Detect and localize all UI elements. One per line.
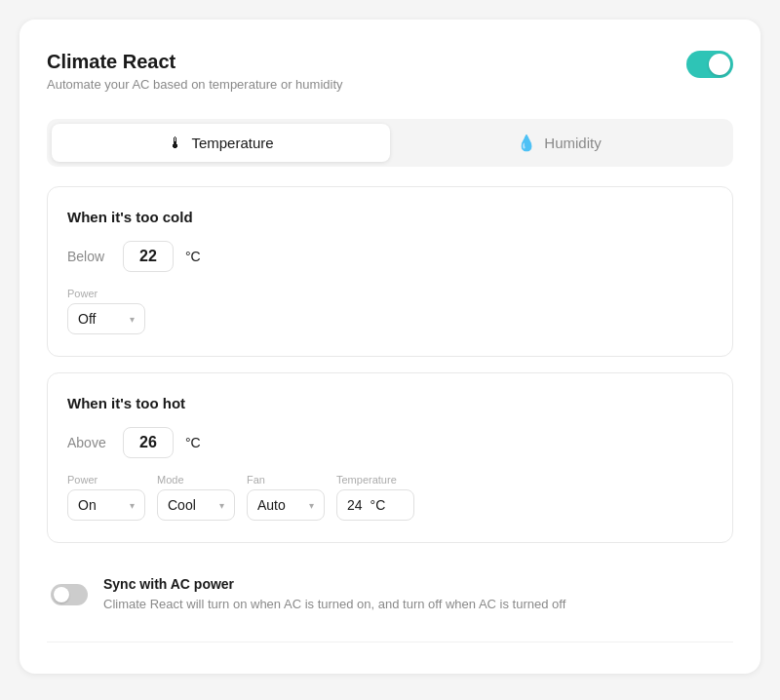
too-hot-mode-value: Cool	[168, 497, 196, 513]
humidity-icon: 💧	[517, 134, 536, 152]
too-cold-power-group: Power Off ▾	[67, 288, 145, 334]
too-hot-mode-group: Mode Cool ▾	[157, 474, 235, 521]
too-hot-dropdowns: Power On ▾ Mode Cool ▾ Fan Auto ▾	[67, 474, 713, 521]
too-hot-temp-group: Temperature 24 °C	[336, 474, 414, 521]
bottom-divider	[47, 642, 733, 642]
chevron-down-icon-2: ▾	[130, 500, 135, 511]
too-hot-power-value: On	[78, 497, 97, 513]
too-hot-mode-label: Mode	[157, 474, 235, 486]
too-hot-condition-row: Above 26 °C	[67, 427, 713, 458]
too-hot-temp-value: 24	[347, 497, 363, 513]
too-cold-condition-label: Below	[67, 249, 111, 264]
too-cold-unit: °C	[185, 249, 201, 264]
too-hot-title: When it's too hot	[67, 395, 713, 411]
thermometer-icon: 🌡	[168, 135, 183, 152]
sync-row: Sync with AC power Climate React will tu…	[47, 559, 733, 622]
toggle-thumb	[709, 54, 730, 75]
too-hot-temp-unit: °C	[370, 497, 386, 513]
main-card: Climate React Automate your AC based on …	[20, 19, 760, 674]
too-cold-condition-row: Below 22 °C	[67, 241, 713, 272]
sync-text-group: Sync with AC power Climate React will tu…	[103, 576, 566, 614]
too-hot-power-label: Power	[67, 474, 145, 486]
too-hot-fan-group: Fan Auto ▾	[247, 474, 325, 521]
too-hot-unit: °C	[185, 435, 201, 450]
chevron-down-icon-3: ▾	[219, 500, 224, 511]
too-hot-section: When it's too hot Above 26 °C Power On ▾…	[47, 372, 733, 543]
too-hot-fan-label: Fan	[247, 474, 325, 486]
chevron-down-icon: ▾	[130, 314, 135, 325]
too-hot-fan-select[interactable]: Auto ▾	[247, 489, 325, 521]
too-cold-section: When it's too cold Below 22 °C Power Off…	[47, 186, 733, 357]
tab-temperature[interactable]: 🌡 Temperature	[52, 124, 390, 162]
too-cold-power-label: Power	[67, 288, 145, 299]
too-cold-dropdowns: Power Off ▾	[67, 288, 713, 334]
main-toggle[interactable]	[686, 51, 733, 78]
too-hot-condition-label: Above	[67, 435, 111, 450]
header-left: Climate React Automate your AC based on …	[47, 51, 343, 92]
header: Climate React Automate your AC based on …	[47, 51, 733, 92]
tab-bar: 🌡 Temperature 💧 Humidity	[47, 119, 733, 167]
sync-description: Climate React will turn on when AC is tu…	[103, 595, 566, 614]
too-hot-value[interactable]: 26	[123, 427, 174, 458]
too-hot-power-group: Power On ▾	[67, 474, 145, 521]
too-cold-value[interactable]: 22	[123, 241, 174, 272]
too-hot-temp-select[interactable]: 24 °C	[336, 489, 414, 521]
sync-toggle[interactable]	[51, 584, 88, 605]
too-hot-power-select[interactable]: On ▾	[67, 489, 145, 521]
page-subtitle: Automate your AC based on temperature or…	[47, 77, 343, 92]
tab-humidity-label: Humidity	[544, 135, 601, 151]
sync-title: Sync with AC power	[103, 576, 566, 592]
chevron-down-icon-4: ▾	[309, 500, 314, 511]
too-cold-power-select[interactable]: Off ▾	[67, 303, 145, 334]
too-hot-temp-label: Temperature	[336, 474, 414, 486]
too-hot-fan-value: Auto	[257, 497, 286, 513]
page-title: Climate React	[47, 51, 343, 73]
too-hot-mode-select[interactable]: Cool ▾	[157, 489, 235, 521]
tab-humidity[interactable]: 💧 Humidity	[390, 124, 728, 162]
tab-temperature-label: Temperature	[191, 135, 273, 151]
too-cold-power-value: Off	[78, 311, 96, 327]
too-cold-title: When it's too cold	[67, 209, 713, 225]
